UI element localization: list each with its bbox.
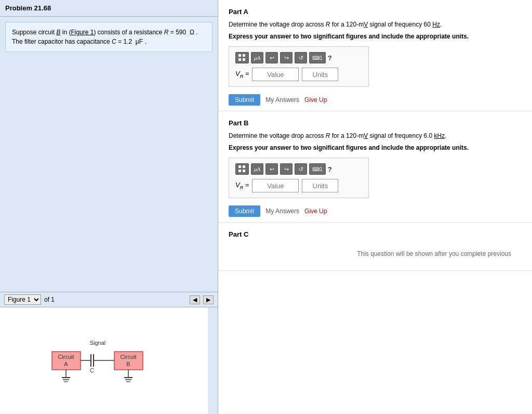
part-c-section: Part C This question will be shown after… [218,223,532,271]
part-b-title: Part B [229,119,522,127]
part-b-submit-button[interactable]: Submit [229,205,260,217]
part-c-title: Part C [229,230,522,238]
right-panel: Part A Determine the voltage drop across… [218,0,532,414]
part-a-title: Part A [229,8,522,16]
problem-description: Suppose circuit B in (Figure 1) consists… [5,22,212,52]
part-b-mu-button[interactable]: μA [251,163,263,175]
figure-panel: Figure 1 of 1 ◀ ▶ Circuit A Signal [0,292,218,414]
part-b-help-button[interactable]: ? [328,165,332,173]
part-b-keyboard-button[interactable]: ⌨1 [309,163,326,175]
part-b-reset-button[interactable]: ↺ [295,163,307,175]
part-b-units-input[interactable] [302,179,338,192]
part-a-units-input[interactable] [302,68,338,81]
part-b-action-row: Submit My Answers Give Up [229,205,522,217]
part-b-input-row: VR = [235,179,362,192]
part-a-matrix-button[interactable] [235,52,249,63]
svg-text:Signal: Signal [90,340,106,346]
part-b-vr-label: VR = [235,181,249,190]
part-a-input-row: VR = [235,68,362,81]
part-b-my-answers-link[interactable]: My Answers [265,208,299,215]
part-a-give-up-link[interactable]: Give Up [304,96,327,104]
part-a-question: Determine the voltage drop across R for … [229,20,522,29]
part-b-undo-button[interactable]: ↩ [265,163,278,175]
svg-text:Circuit: Circuit [120,354,136,360]
part-a-vr-label: VR = [235,70,249,79]
part-a-action-row: Submit My Answers Give Up [229,94,522,106]
svg-text:A: A [64,361,68,367]
part-a-answer-box: μA ↩ ↪ ↺ ⌨1 ? VR = [229,46,369,87]
part-b-instruction: Express your answer to two significant f… [229,143,522,152]
figure-link[interactable]: Figure 1 [71,29,94,36]
part-a-mu-button[interactable]: μA [251,52,263,63]
part-a-submit-button[interactable]: Submit [229,94,260,106]
figure-select[interactable]: Figure 1 [4,294,41,305]
part-b-give-up-link[interactable]: Give Up [304,208,327,215]
part-b-section: Part B Determine the voltage drop across… [218,111,532,223]
part-a-keyboard-button[interactable]: ⌨1 [309,52,326,63]
part-b-toolbar: μA ↩ ↪ ↺ ⌨1 ? [235,163,362,175]
figure-of-label: of 1 [44,296,55,303]
part-b-redo-button[interactable]: ↪ [280,163,292,175]
part-a-value-input[interactable] [252,68,299,81]
figure-next-button[interactable]: ▶ [203,295,214,304]
part-a-instruction: Express your answer to two significant f… [229,32,522,41]
part-a-toolbar: μA ↩ ↪ ↺ ⌨1 ? [235,52,362,63]
circuit-diagram: Circuit A Signal C Circuit B [0,307,208,414]
figure-prev-button[interactable]: ◀ [190,295,200,304]
svg-text:Circuit: Circuit [58,354,74,360]
svg-text:B: B [126,361,130,367]
part-b-matrix-button[interactable] [235,163,249,175]
problem-title: Problem 21.68 [0,0,218,17]
part-a-section: Part A Determine the voltage drop across… [218,0,532,111]
svg-text:C: C [90,367,94,373]
part-a-redo-button[interactable]: ↪ [280,52,292,63]
part-b-answer-box: μA ↩ ↪ ↺ ⌨1 ? VR = [229,158,369,198]
figure-selector-bar: Figure 1 of 1 ◀ ▶ [0,292,218,307]
part-a-my-answers-link[interactable]: My Answers [265,96,299,104]
part-b-value-input[interactable] [252,179,299,192]
left-panel: Problem 21.68 Suppose circuit B in (Figu… [0,0,218,414]
figure-content: Circuit A Signal C Circuit B [0,307,208,414]
part-a-reset-button[interactable]: ↺ [295,52,307,63]
part-b-question: Determine the voltage drop across R for … [229,131,522,140]
part-c-message: This question will be shown after you co… [229,242,522,265]
part-a-undo-button[interactable]: ↩ [265,52,278,63]
part-a-help-button[interactable]: ? [328,54,332,62]
